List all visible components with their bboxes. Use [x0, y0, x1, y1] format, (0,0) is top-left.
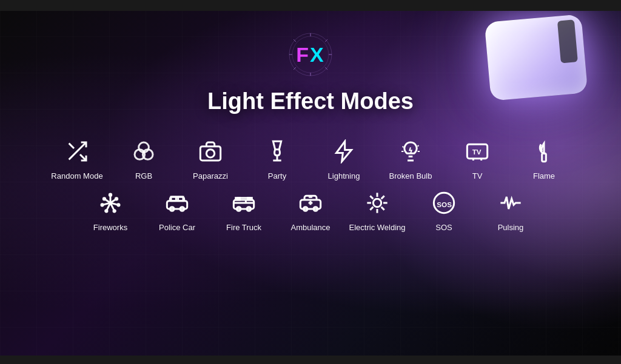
- party-icon: [262, 136, 292, 167]
- item-flame[interactable]: Flame: [511, 136, 577, 180]
- paparazzi-label: Paparazzi: [193, 171, 228, 180]
- lightning-icon: [329, 136, 359, 167]
- fireworks-icon: [95, 188, 126, 218]
- svg-rect-46: [178, 197, 183, 201]
- svg-text:TV: TV: [472, 148, 482, 156]
- item-broken-bulb[interactable]: Broken Bulb: [377, 136, 444, 180]
- lightning-label: Lightning: [328, 171, 360, 180]
- item-ambulance[interactable]: Ambulance: [277, 188, 344, 232]
- icons-row-1: Random Mode RGB: [24, 136, 597, 180]
- fire-truck-icon: [229, 188, 259, 218]
- item-fire-truck[interactable]: Fire Truck: [210, 188, 277, 232]
- svg-point-42: [101, 204, 103, 206]
- item-fireworks[interactable]: Fireworks: [77, 188, 144, 232]
- svg-point-38: [115, 198, 117, 200]
- electric-welding-label: Electric Welding: [349, 223, 406, 232]
- bottom-bar: [0, 356, 621, 364]
- flame-icon: [529, 136, 559, 167]
- fx-label: FX: [296, 43, 324, 67]
- svg-line-67: [381, 207, 384, 210]
- item-paparazzi[interactable]: Paparazzi: [177, 136, 244, 180]
- rgb-label: RGB: [135, 171, 152, 180]
- broken-bulb-icon: [395, 136, 426, 167]
- svg-rect-60: [309, 196, 313, 197]
- svg-line-22: [418, 145, 419, 147]
- main-content: FX Light Effect Modes Random Mode: [0, 0, 621, 232]
- item-party[interactable]: Party: [244, 136, 310, 180]
- item-rgb[interactable]: RGB: [110, 136, 177, 180]
- flame-label: Flame: [533, 171, 555, 180]
- top-bar: [0, 0, 621, 11]
- random-mode-label: Random Mode: [51, 171, 102, 180]
- sos-icon: SOS: [429, 188, 459, 218]
- svg-point-61: [373, 199, 381, 207]
- electric-welding-icon: [362, 188, 392, 218]
- svg-point-17: [206, 150, 214, 157]
- icons-row-2: Fireworks Police Car: [24, 188, 597, 232]
- police-car-label: Police Car: [159, 223, 195, 232]
- svg-line-21: [403, 147, 404, 148]
- item-random-mode[interactable]: Random Mode: [44, 136, 110, 180]
- svg-point-43: [103, 198, 105, 200]
- svg-line-12: [69, 144, 74, 148]
- svg-point-39: [118, 204, 119, 206]
- item-pulsing[interactable]: Pulsing: [477, 188, 544, 232]
- svg-point-37: [109, 194, 111, 196]
- svg-text:SOS: SOS: [437, 200, 452, 208]
- svg-rect-29: [542, 153, 546, 161]
- page-title: Light Effect Modes: [207, 88, 414, 114]
- rgb-icon: [129, 136, 159, 167]
- item-sos[interactable]: SOS SOS: [411, 188, 477, 232]
- svg-rect-45: [171, 197, 176, 201]
- icons-container: Random Mode RGB: [0, 136, 621, 232]
- random-mode-icon: [62, 136, 92, 167]
- ambulance-icon: [295, 188, 326, 218]
- svg-line-66: [370, 196, 373, 199]
- broken-bulb-label: Broken Bulb: [389, 171, 432, 180]
- fx-logo: FX: [274, 30, 347, 79]
- svg-point-40: [113, 210, 115, 212]
- paparazzi-icon: [195, 136, 226, 167]
- fireworks-label: Fireworks: [93, 223, 127, 232]
- pulsing-label: Pulsing: [498, 223, 524, 232]
- party-label: Party: [268, 171, 286, 180]
- svg-line-68: [370, 207, 373, 210]
- svg-line-69: [381, 196, 384, 199]
- item-tv[interactable]: TV TV: [444, 136, 511, 180]
- ambulance-label: Ambulance: [290, 223, 330, 232]
- fire-truck-label: Fire Truck: [226, 223, 261, 232]
- police-car-icon: [162, 188, 192, 218]
- item-lightning[interactable]: Lightning: [310, 136, 377, 180]
- svg-point-41: [106, 210, 107, 212]
- sos-label: SOS: [435, 223, 452, 232]
- item-electric-welding[interactable]: Electric Welding: [344, 188, 411, 232]
- item-police-car[interactable]: Police Car: [144, 188, 210, 232]
- tv-label: TV: [472, 171, 483, 180]
- tv-icon: TV: [462, 136, 492, 167]
- pulsing-icon: [495, 188, 526, 218]
